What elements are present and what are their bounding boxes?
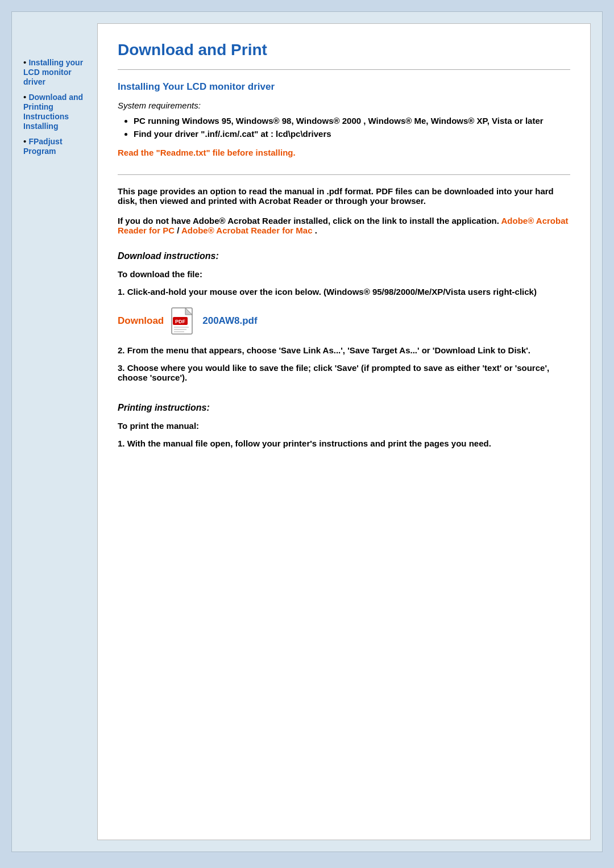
download-row: Download PDF 200AW8.pdf <box>118 307 570 335</box>
sidebar-item-fpadjust[interactable]: FPadjust Program <box>23 137 63 156</box>
download-instructions-title: Download instructions: <box>118 251 570 261</box>
pdf-file-link[interactable]: 200AW8.pdf <box>202 315 257 327</box>
system-req-label: System requirements: <box>118 101 570 110</box>
download-label: Download <box>118 315 164 327</box>
acrobat-separator: / <box>177 226 181 235</box>
requirements-list: PC running Windows 95, Windows® 98, Wind… <box>134 116 570 139</box>
step3-text: 3. Choose where you would like to save t… <box>118 363 570 382</box>
req-item-1: PC running Windows 95, Windows® 98, Wind… <box>134 116 570 126</box>
step1-text: 1. Click-and-hold your mouse over the ic… <box>118 287 570 297</box>
divider-middle <box>118 174 570 175</box>
req-item-2: Find your driver ".inf/.icm/.cat" at : l… <box>134 129 570 139</box>
sidebar-item-installing[interactable]: Installing your LCD monitor driver <box>23 58 83 86</box>
section-title: Installing Your LCD monitor driver <box>118 81 570 93</box>
page-title: Download and Print <box>118 41 570 59</box>
to-download-label: To download the file: <box>118 269 570 279</box>
acrobat-reader-mac-link[interactable]: Adobe® Acrobat Reader for Mac <box>181 226 313 235</box>
sidebar: Installing your LCD monitor driver Downl… <box>23 23 97 840</box>
acrobat-end: . <box>315 226 317 235</box>
print-step1-text: 1. With the manual file open, follow you… <box>118 439 570 448</box>
readme-note: Read the "Readme.txt" file before instal… <box>118 148 570 157</box>
acrobat-pre-text: If you do not have Adobe® Acrobat Reader… <box>118 216 499 226</box>
page-container: Installing your LCD monitor driver Downl… <box>11 11 603 852</box>
divider-top <box>118 69 570 70</box>
sidebar-item-download[interactable]: Download and Printing Instructions Insta… <box>23 93 83 131</box>
main-content: Download and Print Installing Your LCD m… <box>97 23 591 840</box>
info-para1: This page provides an option to read the… <box>118 186 570 206</box>
printing-instructions-title: Printing instructions: <box>118 403 570 413</box>
to-print-label: To print the manual: <box>118 421 570 431</box>
svg-text:PDF: PDF <box>175 319 186 324</box>
step2-text: 2. From the menu that appears, choose 'S… <box>118 345 570 355</box>
info-para2: If you do not have Adobe® Acrobat Reader… <box>118 216 570 235</box>
pdf-icon: PDF <box>171 307 196 335</box>
